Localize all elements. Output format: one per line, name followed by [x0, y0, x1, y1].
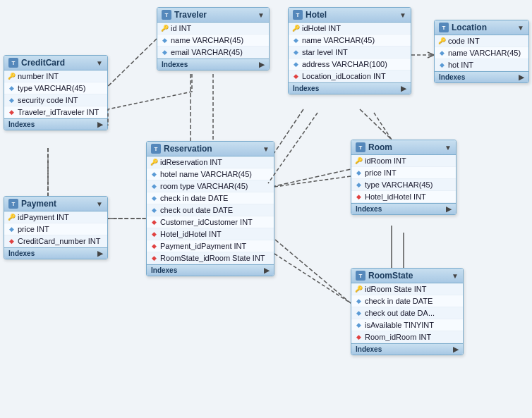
creditcard-footer[interactable]: Indexes ▶: [4, 118, 107, 130]
traveler-icon: T: [162, 10, 171, 20]
diamond-icon: ◆: [150, 207, 157, 214]
table-row: 🔑 idPayment INT: [4, 211, 107, 223]
reservation-title: Reservation: [164, 144, 212, 154]
field-name: check out date DATE: [160, 206, 233, 214]
footer-arrow: ▶: [446, 205, 452, 213]
hotel-arrow[interactable]: ▼: [399, 11, 406, 19]
location-arrow[interactable]: ▼: [517, 24, 524, 32]
diamond-icon: ◆: [355, 321, 362, 328]
payment-title: Payment: [21, 199, 56, 209]
diamond-icon: ◆: [8, 97, 15, 104]
footer-arrow: ▶: [264, 266, 270, 274]
location-table: T Location ▼ 🔑 code INT ◆ name VARCHAR(4…: [434, 20, 529, 83]
field-name: security code INT: [18, 96, 78, 104]
hotel-footer[interactable]: Indexes ▶: [289, 82, 411, 94]
field-name: idPayment INT: [18, 213, 69, 221]
hotel-title: Hotel: [306, 10, 327, 20]
traveler-footer[interactable]: Indexes ▶: [157, 59, 269, 70]
key-icon: 🔑: [150, 159, 157, 166]
room-arrow[interactable]: ▼: [445, 144, 452, 152]
field-name: RoomState_idRoom State INT: [160, 254, 265, 262]
room-table: T Room ▼ 🔑 idRoom INT ◆ price INT ◆ type…: [351, 140, 457, 215]
table-row: 🔑 idHotel INT: [289, 23, 411, 35]
roomstate-arrow[interactable]: ▼: [452, 272, 459, 280]
field-name: Hotel_idHotel INT: [365, 192, 426, 201]
creditcard-table: T CreditCard ▼ 🔑 number INT ◆ type VARCH…: [4, 55, 108, 130]
table-row: ◆ Payment_idPayment INT: [147, 240, 274, 252]
svg-line-6: [275, 240, 351, 303]
diamond-icon: ◆: [150, 195, 157, 202]
diamond-icon: ◆: [150, 171, 157, 178]
creditcard-icon: T: [8, 58, 18, 68]
table-row: ◆ CreditCard_number INT: [4, 235, 107, 247]
reservation-arrow[interactable]: ▼: [262, 145, 270, 153]
footer-arrow: ▶: [453, 345, 459, 353]
diamond-icon: ◆: [8, 226, 15, 233]
location-icon: T: [439, 23, 449, 32]
table-row: ◆ Location_idLocation INT: [289, 70, 411, 82]
traveler-table: T Traveler ▼ 🔑 id INT ◆ name VARCHAR(45)…: [157, 7, 270, 70]
field-name: idReservation INT: [160, 158, 222, 166]
diamond-icon: ◆: [150, 183, 157, 190]
diamond-icon: ◆: [161, 49, 168, 56]
field-name: CreditCard_number INT: [18, 237, 100, 245]
field-name: address VARCHAR(100): [302, 60, 387, 68]
field-name: hot INT: [448, 61, 473, 69]
table-row: ◆ check in date DATE: [351, 295, 463, 307]
table-row: ◆ Room_idRoom INT: [351, 331, 463, 343]
hotel-icon: T: [293, 10, 303, 20]
indexes-label: Indexes: [356, 345, 382, 353]
indexes-label: Indexes: [162, 61, 188, 68]
key-icon: 🔑: [355, 157, 362, 164]
field-name: star level INT: [302, 48, 348, 56]
traveler-arrow[interactable]: ▼: [258, 11, 265, 19]
reservation-footer[interactable]: Indexes ▶: [147, 264, 274, 276]
svg-line-5: [272, 169, 351, 187]
fk-icon: ◆: [355, 193, 362, 200]
table-row: 🔑 code INT: [435, 35, 528, 47]
table-row: ◆ star level INT: [289, 47, 411, 59]
payment-footer[interactable]: Indexes ▶: [4, 247, 107, 259]
reservation-icon: T: [151, 144, 161, 154]
table-row: ◆ isAvailable TINYINT: [351, 319, 463, 331]
field-name: idHotel INT: [302, 24, 341, 32]
table-row: ◆ Customer_idCustomer INT: [147, 216, 274, 228]
table-row: ◆ check in date DATE: [147, 192, 274, 204]
location-header: T Location ▼: [435, 20, 528, 35]
field-name: number INT: [18, 72, 59, 80]
table-row: ◆ name VARCHAR(45): [157, 35, 269, 47]
key-icon: 🔑: [438, 37, 445, 44]
field-name: id INT: [171, 24, 191, 32]
fk-icon: ◆: [292, 73, 299, 80]
location-title: Location: [452, 23, 487, 32]
table-row: ◆ price INT: [351, 167, 456, 179]
table-row: ◆ address VARCHAR(100): [289, 59, 411, 70]
field-name: hotel name VARCHAR(45): [160, 170, 252, 178]
field-name: Hotel_idHotel INT: [160, 230, 222, 238]
table-row: ◆ price INT: [4, 223, 107, 235]
field-name: Customer_idCustomer INT: [160, 218, 253, 226]
creditcard-arrow[interactable]: ▼: [96, 59, 103, 67]
fk-icon: ◆: [150, 230, 157, 238]
location-footer[interactable]: Indexes ▶: [435, 71, 528, 82]
creditcard-title: CreditCard: [21, 58, 65, 68]
key-icon: 🔑: [292, 25, 299, 32]
fk-icon: ◆: [150, 254, 157, 262]
room-header: T Room ▼: [351, 140, 456, 155]
diamond-icon: ◆: [292, 37, 299, 44]
roomstate-header: T RoomState ▼: [351, 269, 463, 283]
table-row: 🔑 number INT: [4, 70, 107, 82]
field-name: check in date DATE: [365, 297, 433, 305]
payment-arrow[interactable]: ▼: [96, 200, 103, 208]
roomstate-footer[interactable]: Indexes ▶: [351, 343, 463, 355]
field-name: price INT: [18, 225, 49, 233]
field-name: name VARCHAR(45): [448, 49, 521, 57]
diamond-icon: ◆: [292, 49, 299, 56]
key-icon: 🔑: [8, 214, 15, 221]
table-row: ◆ room type VARCHAR(45): [147, 180, 274, 192]
table-row: ◆ security code INT: [4, 94, 107, 106]
indexes-label: Indexes: [151, 266, 177, 274]
indexes-label: Indexes: [439, 73, 465, 81]
field-name: type VARCHAR(45): [365, 180, 433, 189]
room-footer[interactable]: Indexes ▶: [351, 203, 456, 214]
